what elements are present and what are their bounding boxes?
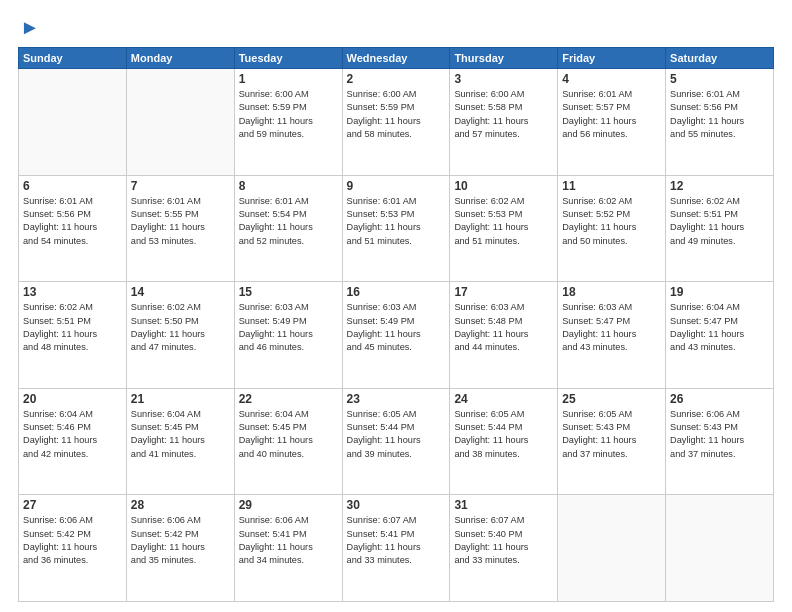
day-info: Sunrise: 6:07 AM Sunset: 5:41 PM Dayligh…: [347, 514, 446, 567]
day-number: 6: [23, 179, 122, 193]
day-number: 5: [670, 72, 769, 86]
calendar-week-row: 13Sunrise: 6:02 AM Sunset: 5:51 PM Dayli…: [19, 282, 774, 389]
day-number: 15: [239, 285, 338, 299]
calendar-cell: 21Sunrise: 6:04 AM Sunset: 5:45 PM Dayli…: [126, 388, 234, 495]
day-info: Sunrise: 6:03 AM Sunset: 5:49 PM Dayligh…: [347, 301, 446, 354]
logo-arrow-icon: ►: [20, 16, 40, 39]
calendar-cell: 20Sunrise: 6:04 AM Sunset: 5:46 PM Dayli…: [19, 388, 127, 495]
day-number: 21: [131, 392, 230, 406]
day-info: Sunrise: 6:04 AM Sunset: 5:47 PM Dayligh…: [670, 301, 769, 354]
day-info: Sunrise: 6:02 AM Sunset: 5:52 PM Dayligh…: [562, 195, 661, 248]
day-info: Sunrise: 6:07 AM Sunset: 5:40 PM Dayligh…: [454, 514, 553, 567]
day-info: Sunrise: 6:05 AM Sunset: 5:44 PM Dayligh…: [347, 408, 446, 461]
calendar-cell: 25Sunrise: 6:05 AM Sunset: 5:43 PM Dayli…: [558, 388, 666, 495]
day-number: 14: [131, 285, 230, 299]
day-number: 4: [562, 72, 661, 86]
day-number: 13: [23, 285, 122, 299]
calendar-cell: [19, 69, 127, 176]
day-number: 2: [347, 72, 446, 86]
calendar-cell: 4Sunrise: 6:01 AM Sunset: 5:57 PM Daylig…: [558, 69, 666, 176]
calendar-cell: 8Sunrise: 6:01 AM Sunset: 5:54 PM Daylig…: [234, 175, 342, 282]
day-number: 22: [239, 392, 338, 406]
day-info: Sunrise: 6:01 AM Sunset: 5:55 PM Dayligh…: [131, 195, 230, 248]
day-info: Sunrise: 6:04 AM Sunset: 5:45 PM Dayligh…: [239, 408, 338, 461]
day-number: 26: [670, 392, 769, 406]
calendar-cell: 29Sunrise: 6:06 AM Sunset: 5:41 PM Dayli…: [234, 495, 342, 602]
day-number: 31: [454, 498, 553, 512]
calendar-week-row: 6Sunrise: 6:01 AM Sunset: 5:56 PM Daylig…: [19, 175, 774, 282]
calendar-cell: 31Sunrise: 6:07 AM Sunset: 5:40 PM Dayli…: [450, 495, 558, 602]
calendar-week-row: 1Sunrise: 6:00 AM Sunset: 5:59 PM Daylig…: [19, 69, 774, 176]
logo: ►: [18, 16, 40, 39]
day-number: 3: [454, 72, 553, 86]
day-number: 28: [131, 498, 230, 512]
day-info: Sunrise: 6:02 AM Sunset: 5:50 PM Dayligh…: [131, 301, 230, 354]
calendar-cell: 27Sunrise: 6:06 AM Sunset: 5:42 PM Dayli…: [19, 495, 127, 602]
day-info: Sunrise: 6:03 AM Sunset: 5:48 PM Dayligh…: [454, 301, 553, 354]
calendar-cell: 11Sunrise: 6:02 AM Sunset: 5:52 PM Dayli…: [558, 175, 666, 282]
weekday-header-monday: Monday: [126, 48, 234, 69]
calendar-cell: 9Sunrise: 6:01 AM Sunset: 5:53 PM Daylig…: [342, 175, 450, 282]
day-number: 19: [670, 285, 769, 299]
page: ► SundayMondayTuesdayWednesdayThursdayFr…: [0, 0, 792, 612]
calendar-cell: 12Sunrise: 6:02 AM Sunset: 5:51 PM Dayli…: [666, 175, 774, 282]
calendar-cell: 22Sunrise: 6:04 AM Sunset: 5:45 PM Dayli…: [234, 388, 342, 495]
day-number: 10: [454, 179, 553, 193]
calendar-cell: 7Sunrise: 6:01 AM Sunset: 5:55 PM Daylig…: [126, 175, 234, 282]
day-number: 20: [23, 392, 122, 406]
calendar-cell: 30Sunrise: 6:07 AM Sunset: 5:41 PM Dayli…: [342, 495, 450, 602]
day-number: 27: [23, 498, 122, 512]
day-info: Sunrise: 6:01 AM Sunset: 5:53 PM Dayligh…: [347, 195, 446, 248]
day-number: 17: [454, 285, 553, 299]
weekday-header-tuesday: Tuesday: [234, 48, 342, 69]
day-number: 7: [131, 179, 230, 193]
calendar-cell: 10Sunrise: 6:02 AM Sunset: 5:53 PM Dayli…: [450, 175, 558, 282]
day-number: 16: [347, 285, 446, 299]
calendar-cell: 3Sunrise: 6:00 AM Sunset: 5:58 PM Daylig…: [450, 69, 558, 176]
calendar-cell: [558, 495, 666, 602]
day-number: 8: [239, 179, 338, 193]
day-number: 23: [347, 392, 446, 406]
weekday-header-wednesday: Wednesday: [342, 48, 450, 69]
day-info: Sunrise: 6:01 AM Sunset: 5:56 PM Dayligh…: [670, 88, 769, 141]
calendar-cell: 13Sunrise: 6:02 AM Sunset: 5:51 PM Dayli…: [19, 282, 127, 389]
calendar-week-row: 20Sunrise: 6:04 AM Sunset: 5:46 PM Dayli…: [19, 388, 774, 495]
day-number: 29: [239, 498, 338, 512]
day-number: 24: [454, 392, 553, 406]
day-info: Sunrise: 6:04 AM Sunset: 5:45 PM Dayligh…: [131, 408, 230, 461]
calendar-cell: 26Sunrise: 6:06 AM Sunset: 5:43 PM Dayli…: [666, 388, 774, 495]
calendar-cell: 1Sunrise: 6:00 AM Sunset: 5:59 PM Daylig…: [234, 69, 342, 176]
day-info: Sunrise: 6:06 AM Sunset: 5:43 PM Dayligh…: [670, 408, 769, 461]
weekday-header-thursday: Thursday: [450, 48, 558, 69]
day-info: Sunrise: 6:01 AM Sunset: 5:57 PM Dayligh…: [562, 88, 661, 141]
weekday-header-friday: Friday: [558, 48, 666, 69]
calendar-cell: 6Sunrise: 6:01 AM Sunset: 5:56 PM Daylig…: [19, 175, 127, 282]
calendar-cell: 19Sunrise: 6:04 AM Sunset: 5:47 PM Dayli…: [666, 282, 774, 389]
calendar: SundayMondayTuesdayWednesdayThursdayFrid…: [18, 47, 774, 602]
day-number: 12: [670, 179, 769, 193]
calendar-cell: 18Sunrise: 6:03 AM Sunset: 5:47 PM Dayli…: [558, 282, 666, 389]
day-number: 11: [562, 179, 661, 193]
day-number: 9: [347, 179, 446, 193]
day-info: Sunrise: 6:05 AM Sunset: 5:44 PM Dayligh…: [454, 408, 553, 461]
day-info: Sunrise: 6:04 AM Sunset: 5:46 PM Dayligh…: [23, 408, 122, 461]
calendar-cell: 16Sunrise: 6:03 AM Sunset: 5:49 PM Dayli…: [342, 282, 450, 389]
calendar-cell: 23Sunrise: 6:05 AM Sunset: 5:44 PM Dayli…: [342, 388, 450, 495]
weekday-header-row: SundayMondayTuesdayWednesdayThursdayFrid…: [19, 48, 774, 69]
day-number: 18: [562, 285, 661, 299]
calendar-cell: [666, 495, 774, 602]
weekday-header-sunday: Sunday: [19, 48, 127, 69]
day-info: Sunrise: 6:05 AM Sunset: 5:43 PM Dayligh…: [562, 408, 661, 461]
calendar-week-row: 27Sunrise: 6:06 AM Sunset: 5:42 PM Dayli…: [19, 495, 774, 602]
day-info: Sunrise: 6:06 AM Sunset: 5:41 PM Dayligh…: [239, 514, 338, 567]
calendar-cell: 14Sunrise: 6:02 AM Sunset: 5:50 PM Dayli…: [126, 282, 234, 389]
calendar-cell: 5Sunrise: 6:01 AM Sunset: 5:56 PM Daylig…: [666, 69, 774, 176]
calendar-header: SundayMondayTuesdayWednesdayThursdayFrid…: [19, 48, 774, 69]
day-info: Sunrise: 6:00 AM Sunset: 5:59 PM Dayligh…: [347, 88, 446, 141]
day-info: Sunrise: 6:01 AM Sunset: 5:56 PM Dayligh…: [23, 195, 122, 248]
day-number: 30: [347, 498, 446, 512]
day-info: Sunrise: 6:02 AM Sunset: 5:53 PM Dayligh…: [454, 195, 553, 248]
day-number: 1: [239, 72, 338, 86]
calendar-cell: 24Sunrise: 6:05 AM Sunset: 5:44 PM Dayli…: [450, 388, 558, 495]
calendar-cell: 15Sunrise: 6:03 AM Sunset: 5:49 PM Dayli…: [234, 282, 342, 389]
